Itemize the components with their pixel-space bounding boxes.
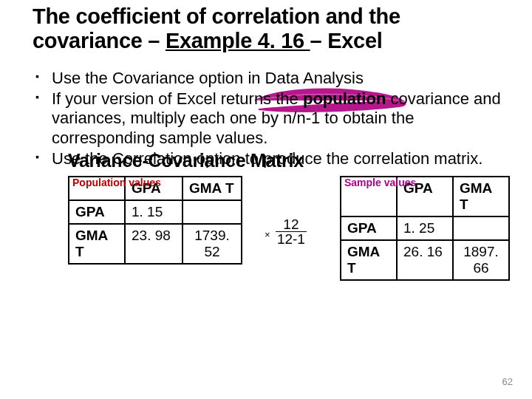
cell-samp-gpa-gpa: 1. 25 (397, 216, 453, 240)
slide: The coefficient of correlation and the c… (0, 0, 532, 192)
row-gmat: GMA T (69, 224, 125, 264)
sample-label: Sample values (344, 177, 416, 188)
times-icon: × (265, 230, 270, 239)
bullet-2a: If your version of Excel returns the (52, 89, 303, 108)
table-row: GPA 1. 25 (341, 216, 509, 240)
table-row: GPA 1. 15 (69, 200, 242, 224)
row-gpa: GPA (69, 200, 125, 224)
col-gmat: GMA T (453, 177, 509, 216)
population-label: Population values (72, 177, 161, 188)
fraction-multiplier: × 12 12-1 (265, 217, 307, 246)
sample-table: GPA GMA T GPA 1. 25 GMA T 26. 16 1897. 6… (340, 176, 510, 281)
cell-pop-gmat-gpa: 23. 98 (125, 224, 183, 264)
bullet-1: Use the Covariance option in Data Analys… (34, 69, 510, 88)
table-row: GMA T 26. 16 1897. 66 (341, 240, 509, 280)
population-table: GPA GMA T GPA 1. 15 GMA T 23. 98 1739. 5… (68, 176, 242, 265)
col-gmat: GMA T (183, 177, 242, 200)
matrix-heading: Variance-Covariance Matrix (68, 150, 510, 171)
row-gpa: GPA (341, 216, 397, 240)
fraction: 12 12-1 (276, 217, 307, 246)
page-number: 62 (502, 376, 513, 387)
bullet-1-text: Use the Covariance option in Data Analys… (52, 69, 364, 87)
row-gmat: GMA T (341, 240, 397, 280)
bullet-2: If your version of Excel returns the pop… (34, 89, 510, 148)
cell-samp-gmat-gpa: 26. 16 (397, 240, 453, 280)
fraction-den: 12-1 (276, 232, 307, 246)
cell-pop-gpa-gpa: 1. 15 (125, 200, 183, 224)
bullet-2b: population (303, 89, 386, 108)
slide-title: The coefficient of correlation and the c… (33, 4, 510, 54)
fraction-num: 12 (276, 217, 307, 232)
table-row: GMA T 23. 98 1739. 52 (69, 224, 242, 264)
cell-empty (453, 216, 509, 240)
cell-pop-gmat-gmat: 1739. 52 (183, 224, 242, 264)
title-text-c: – Excel (310, 29, 383, 52)
cell-empty (183, 200, 242, 224)
cell-samp-gmat-gmat: 1897. 66 (453, 240, 509, 280)
title-text-b: Example 4. 16 (166, 29, 310, 52)
